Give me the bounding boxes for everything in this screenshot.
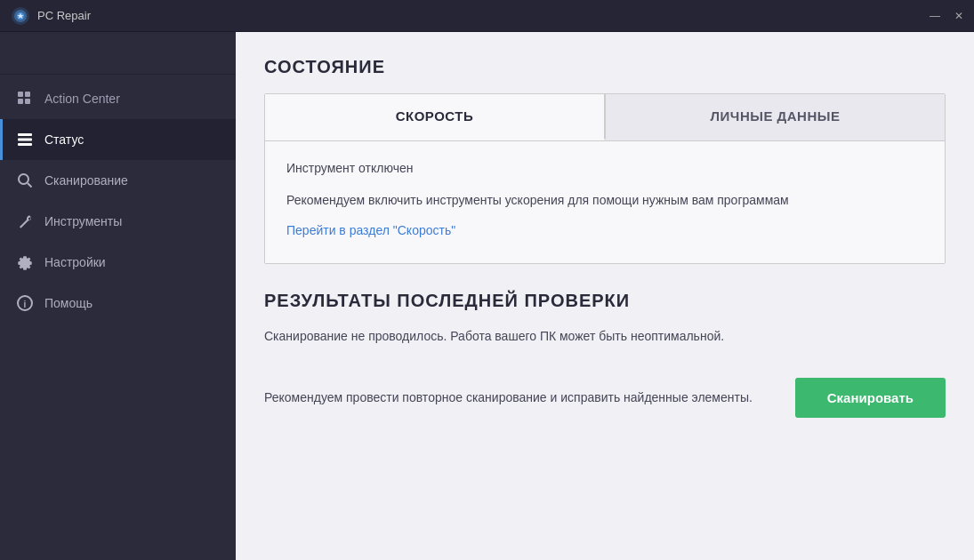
search-icon: [16, 172, 34, 189]
scan-button[interactable]: Сканировать: [795, 378, 946, 418]
app-title: PC Repair: [37, 9, 930, 22]
svg-rect-9: [18, 143, 32, 146]
speed-section-link[interactable]: Перейти в раздел "Скорость": [286, 223, 455, 237]
svg-line-11: [28, 183, 32, 188]
svg-rect-5: [18, 99, 23, 104]
results-footer-text: Рекомендуем провести повторное сканирова…: [264, 388, 795, 407]
app-logo: [11, 6, 30, 26]
tabs-container: СКОРОСТЬ ЛИЧНЫЕ ДАННЫЕ Инструмент отключ…: [264, 93, 946, 264]
sidebar-item-settings[interactable]: Настройки: [0, 242, 236, 283]
sidebar-item-status[interactable]: Статус: [0, 119, 236, 160]
close-button[interactable]: ✕: [954, 11, 963, 21]
sidebar-item-help[interactable]: i Помощь: [0, 283, 236, 324]
results-section: РЕЗУЛЬТАТЫ ПОСЛЕДНЕЙ ПРОВЕРКИ Сканирован…: [264, 291, 946, 418]
status-section-title: СОСТОЯНИЕ: [264, 57, 946, 77]
app-body: Action Center Статус: [0, 32, 974, 560]
svg-rect-8: [18, 139, 32, 141]
info-icon: i: [16, 294, 34, 312]
sidebar-nav: Action Center Статус: [0, 75, 236, 324]
grid-icon: [16, 90, 34, 108]
titlebar: PC Repair — ✕: [0, 0, 974, 32]
tabs-header: СКОРОСТЬ ЛИЧНЫЕ ДАННЫЕ: [265, 94, 945, 141]
svg-rect-3: [18, 92, 23, 97]
sidebar-item-action-center[interactable]: Action Center: [0, 78, 236, 119]
sidebar-header: [0, 32, 236, 75]
sidebar-item-scan[interactable]: Сканирование: [0, 160, 236, 201]
svg-rect-7: [18, 133, 32, 136]
svg-point-10: [19, 174, 28, 184]
sidebar: Action Center Статус: [0, 32, 236, 560]
sidebar-item-tools[interactable]: Инструменты: [0, 201, 236, 242]
sidebar-item-label: Помощь: [44, 296, 93, 310]
minimize-button[interactable]: —: [930, 11, 940, 21]
sidebar-item-label: Инструменты: [44, 214, 122, 228]
tab-personal[interactable]: ЛИЧНЫЕ ДАННЫЕ: [605, 94, 945, 140]
tabs-body: Инструмент отключен Рекомендуем включить…: [265, 141, 945, 263]
tab-speed-label: СКОРОСТЬ: [396, 108, 474, 124]
tool-status-label: Инструмент отключен: [286, 161, 923, 175]
sidebar-item-label: Настройки: [44, 255, 106, 269]
content-area: СОСТОЯНИЕ СКОРОСТЬ ЛИЧНЫЕ ДАННЫЕ Инструм…: [236, 32, 974, 560]
results-description: Сканирование не проводилось. Работа ваше…: [264, 327, 946, 346]
tab-speed[interactable]: СКОРОСТЬ: [265, 94, 605, 140]
speed-description: Рекомендуем включить инструменты ускорен…: [286, 191, 923, 210]
wrench-icon: [16, 212, 34, 230]
svg-rect-6: [25, 99, 30, 104]
window-controls: — ✕: [930, 11, 963, 21]
results-footer: Рекомендуем провести повторное сканирова…: [264, 364, 946, 418]
svg-rect-4: [25, 92, 30, 97]
tab-personal-label: ЛИЧНЫЕ ДАННЫЕ: [711, 108, 841, 124]
sidebar-item-label: Статус: [44, 132, 84, 147]
results-section-title: РЕЗУЛЬТАТЫ ПОСЛЕДНЕЙ ПРОВЕРКИ: [264, 291, 946, 311]
sidebar-item-label: Action Center: [44, 92, 120, 106]
sidebar-item-label: Сканирование: [44, 173, 128, 188]
svg-text:i: i: [24, 300, 27, 309]
list-icon: [16, 131, 34, 148]
gear-icon: [16, 253, 34, 271]
